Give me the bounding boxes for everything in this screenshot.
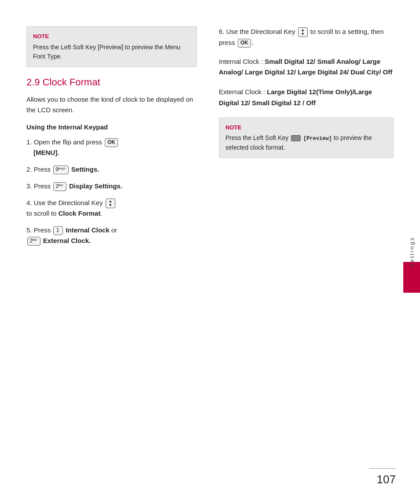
divider-line <box>369 468 396 469</box>
note-box-top: NOTE Press the Left Soft Key [Preview] t… <box>26 26 197 67</box>
note-box-bottom: NOTE Press the Left Soft Key [Preview] t… <box>219 118 394 158</box>
step-1-text-after: [MENU]. <box>26 149 59 156</box>
ok-key-step1: OK <box>105 138 118 147</box>
key-9: 9wxyz <box>53 166 68 174</box>
sidebar-text-wrapper: Settings <box>403 0 420 504</box>
step-4: 4. Use the Directional Key ▲ ▼ to scroll… <box>26 198 197 219</box>
note-text-bottom: Press the Left Soft Key [Preview] to pre… <box>225 133 387 152</box>
left-column: NOTE Press the Left Soft Key [Preview] t… <box>26 26 210 469</box>
step-3-text-after: Display Settings. <box>69 182 122 190</box>
key-2-step3: 2abc <box>53 182 66 191</box>
page-wrapper: NOTE Press the Left Soft Key [Preview] t… <box>0 0 420 504</box>
page-number: 107 <box>377 473 396 486</box>
internal-clock-options: Internal Clock : Small Digital 12/ Small… <box>219 56 394 78</box>
external-clock-options: External Clock : Large Digital 12(Time O… <box>219 87 394 109</box>
step-2-text-after: Settings. <box>71 166 99 173</box>
soft-key-icon <box>291 135 301 141</box>
step-5-text-before: 5. Press <box>26 226 52 234</box>
note-text-top: Press the Left Soft Key [Preview] to pre… <box>33 43 190 61</box>
steps-list: 1. Open the flip and press OK [MENU]. 2.… <box>26 137 197 246</box>
step-5-text-mid: or <box>111 226 117 234</box>
step-5-text-bold2: External Clock. <box>43 237 91 244</box>
step-1-text-before: 1. Open the flip and press <box>26 138 104 146</box>
note-label-top: NOTE <box>33 32 190 41</box>
key-1-step5: 1. <box>53 226 63 235</box>
step-4-text-mid: to scroll to Clock Format. <box>26 210 103 217</box>
key-2-step5: 2abc <box>27 237 41 246</box>
step-3-text-before: 3. Press <box>26 182 52 190</box>
step-5-text-bold1: Internal Clock <box>66 226 109 234</box>
ok-key-step6: OK <box>238 39 251 48</box>
step-6-text: 6. Use the Directional Key ▲ ▼ to scroll… <box>219 26 394 48</box>
step-2-text-before: 2. Press <box>26 166 52 173</box>
section-desc: Allows you to choose the kind of clock t… <box>26 94 197 115</box>
step-3: 3. Press 2abc Display Settings. <box>26 181 197 191</box>
external-clock-label: External Clock : <box>219 88 267 96</box>
step-2: 2. Press 9wxyz Settings. <box>26 164 197 175</box>
step-1: 1. Open the flip and press OK [MENU]. <box>26 137 197 158</box>
internal-clock-label: Internal Clock : <box>219 58 265 65</box>
note-label-bottom: NOTE <box>225 123 387 132</box>
step-4-text-before: 4. Use the Directional Key <box>26 199 105 206</box>
step-6: 6. Use the Directional Key ▲ ▼ to scroll… <box>219 26 394 48</box>
section-title: 2.9 Clock Format <box>26 77 197 88</box>
right-column: 6. Use the Directional Key ▲ ▼ to scroll… <box>210 26 394 469</box>
sidebar-label: Settings <box>409 236 415 268</box>
step-5: 5. Press 1. Internal Clock or 2abc Exter… <box>26 225 197 246</box>
directional-key-step6: ▲ ▼ <box>298 27 308 37</box>
preview-key-label: [Preview] <box>303 136 332 142</box>
subsection-title: Using the Internal Keypad <box>26 123 197 131</box>
directional-key-step4: ▲ ▼ <box>106 199 115 208</box>
